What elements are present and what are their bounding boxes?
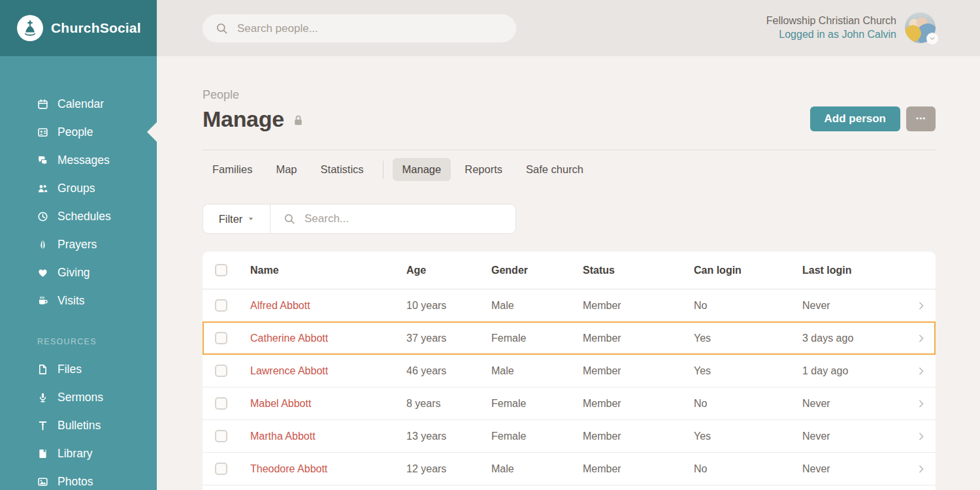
person-can-login: No [694,463,802,475]
select-all-checkbox[interactable] [215,264,227,276]
person-status: Member [583,365,694,377]
row-checkbox[interactable] [215,332,227,344]
table-search-input[interactable] [303,212,502,226]
chevron-right-icon[interactable] [917,432,926,441]
person-name-link[interactable]: Lawrence Abbott [250,365,406,377]
person-name-link[interactable]: Alfred Abbott [250,300,406,312]
table-row[interactable]: Lawrence Abbott 46 years Male Member Yes… [203,355,936,387]
tab-group-divider [383,161,384,179]
table-row[interactable]: Theodore Abbott 12 years Male Member No … [203,453,936,485]
sidebar-item-label: Giving [57,266,90,280]
messages-icon [37,155,48,166]
sidebar-item-label: Bulletins [57,419,101,433]
tab[interactable]: Reports [455,158,512,181]
lock-icon [293,114,304,127]
tab-label: Manage [402,163,442,175]
tab-label: Statistics [321,163,364,175]
sidebar-item-label: People [57,125,93,139]
chevron-right-icon[interactable] [917,334,926,343]
row-checkbox[interactable] [215,463,227,475]
column-header-can-login: Can login [694,265,802,276]
sidebar-item[interactable]: Calendar [0,90,157,118]
organization-name: Fellowship Christian Church [766,14,896,27]
person-status: Member [583,431,694,442]
table-search[interactable] [270,204,515,233]
sidebar-item[interactable]: Photos [0,468,157,490]
app-logo[interactable]: ChurchSocial [0,0,157,56]
sidebar-item[interactable]: Visits [0,287,157,315]
filter-dropdown[interactable]: Filter [203,204,270,233]
person-gender: Female [491,398,583,410]
avatar[interactable] [905,12,936,43]
row-checkbox[interactable] [215,397,227,410]
tab-label: Families [212,163,252,175]
sidebar-item[interactable]: Messages [0,146,157,174]
chevron-right-icon[interactable] [917,399,926,408]
topbar: Fellowship Christian Church Logged in as… [157,0,980,56]
sidebar-item[interactable]: Prayers [0,231,157,259]
tab[interactable]: Families [203,158,262,181]
sidebar-nav: Calendar People Messages Groups Schedule… [0,56,157,315]
person-name-link[interactable]: Catherine Abbott [250,333,406,344]
people-icon [37,127,48,138]
sidebar-item[interactable]: Groups [0,174,157,203]
tab[interactable]: Safe church [516,158,593,181]
church-logo-icon [17,15,43,41]
more-actions-button[interactable]: ●●● [906,106,936,131]
chevron-right-icon[interactable] [917,367,926,376]
person-name-link[interactable]: Martha Abbott [250,431,406,442]
library-icon [37,448,48,459]
table-row[interactable]: Alfred Abbott 10 years Male Member No Ne… [203,289,936,322]
row-checkbox[interactable] [215,299,227,312]
row-checkbox[interactable] [215,365,227,377]
row-checkbox[interactable] [215,430,227,442]
tabs-divider-line [203,150,936,150]
tab[interactable]: Map [266,158,306,181]
table-row[interactable]: Catherine Abbott 37 years Female Member … [203,322,936,355]
sidebar-item[interactable]: Files [0,355,157,384]
add-person-button[interactable]: Add person [810,106,900,131]
brand-name: ChurchSocial [51,20,141,36]
sidebar-section-label: RESOURCES [0,332,157,351]
person-name-link[interactable]: Theodore Abbott [250,463,406,475]
user-menu[interactable]: Fellowship Christian Church Logged in as… [766,14,896,41]
column-header-age: Age [406,265,491,276]
tab-label: Reports [465,163,502,175]
person-last-login: Never [802,431,907,442]
filter-label: Filter [219,213,243,225]
column-header-status: Status [583,265,694,276]
person-gender: Male [491,365,583,377]
tab-label: Safe church [526,163,583,175]
people-table: Name Age Gender Status Can login Last lo… [203,252,936,490]
sidebar-item[interactable]: Library [0,440,157,468]
person-age: 13 years [406,431,491,442]
logged-in-as: Logged in as John Calvin [766,27,896,41]
caret-down-icon [248,216,254,222]
global-search[interactable] [203,14,516,42]
photos-icon [37,476,48,487]
person-age: 37 years [406,333,491,344]
sidebar-item[interactable]: Sermons [0,384,157,412]
person-gender: Female [491,333,583,344]
tab[interactable]: Statistics [311,158,374,181]
global-search-input[interactable] [236,22,503,36]
chevron-right-icon[interactable] [917,465,926,474]
table-row[interactable]: Mabel Abbott 8 years Female Member No Ne… [203,387,936,420]
person-gender: Male [491,300,583,312]
person-name-link[interactable]: Mabel Abbott [250,398,406,410]
sidebar-item-label: Calendar [57,97,104,111]
tab-active[interactable]: Manage [393,158,451,181]
person-can-login: Yes [694,365,802,377]
chevron-right-icon[interactable] [917,301,926,310]
sidebar-item-active[interactable]: People [0,118,157,146]
sidebar-item[interactable]: Giving [0,259,157,287]
table-row[interactable]: Martha Abbott 13 years Female Member Yes… [203,420,936,453]
person-status: Member [583,463,694,475]
person-status: Member [583,300,694,312]
person-can-login: Yes [694,333,802,344]
table-row[interactable]: Elsie Anderson 19 years Female Member Ye… [203,485,936,490]
sidebar-item[interactable]: Bulletins [0,412,157,440]
table-body: Alfred Abbott 10 years Male Member No Ne… [203,289,936,490]
person-age: 8 years [406,398,491,410]
sidebar-item[interactable]: Schedules [0,203,157,231]
